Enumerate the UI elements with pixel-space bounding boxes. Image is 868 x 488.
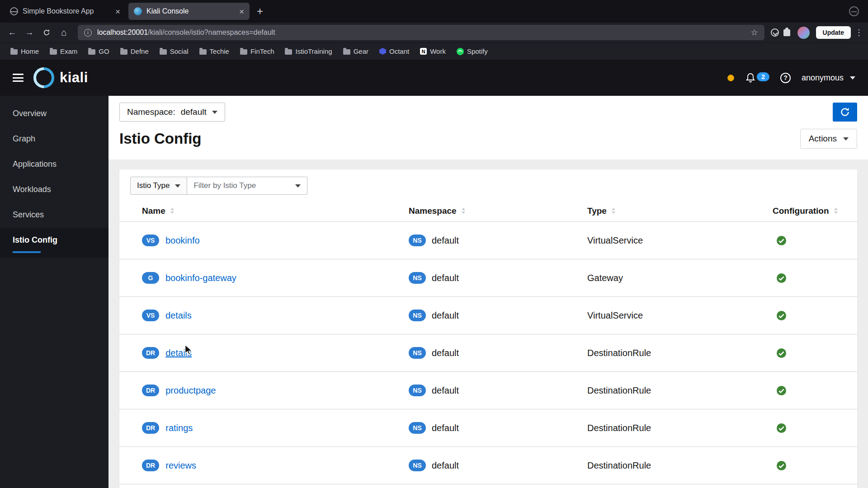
- valid-check-icon[interactable]: [776, 235, 787, 246]
- bookmark-item[interactable]: Social: [156, 46, 193, 57]
- mesh-status-icon[interactable]: [727, 75, 734, 81]
- sort-icon[interactable]: [461, 207, 466, 214]
- user-menu[interactable]: anonymous: [802, 73, 855, 83]
- browser-tab-kiali[interactable]: Kiali Console: [128, 3, 250, 20]
- config-name-link[interactable]: bookinfo: [165, 235, 200, 246]
- browser-menu-icon[interactable]: [854, 28, 863, 38]
- bookmark-star-icon[interactable]: [750, 28, 758, 38]
- configuration-cell: [773, 385, 857, 396]
- type-cell: DestinationRule: [587, 385, 773, 396]
- bookmark-item[interactable]: Exam: [46, 46, 81, 57]
- valid-check-icon[interactable]: [776, 348, 787, 358]
- table-row: VS details NS default VirtualService: [119, 297, 857, 334]
- site-info-icon[interactable]: [84, 29, 92, 37]
- namespace-select[interactable]: Namespace: default: [119, 103, 225, 122]
- notifications-button[interactable]: 2: [745, 72, 769, 83]
- namespace-label: Namespace:: [127, 107, 175, 117]
- media-indicator-icon[interactable]: [849, 6, 859, 16]
- bookmark-item[interactable]: FinTech: [236, 46, 278, 57]
- home-button[interactable]: [56, 25, 71, 40]
- forward-button[interactable]: [22, 25, 37, 40]
- config-name-link[interactable]: details: [165, 310, 192, 321]
- pocket-icon[interactable]: [771, 28, 779, 37]
- bookmark-item[interactable]: Defne: [116, 46, 153, 57]
- valid-check-icon[interactable]: [776, 310, 787, 321]
- tab-title: Simple Bookstore App: [23, 7, 111, 15]
- configuration-cell: [773, 235, 857, 246]
- extensions-icon[interactable]: [783, 29, 790, 36]
- sidebar-item[interactable]: Overview: [0, 101, 108, 127]
- bookmark-icon: [199, 49, 207, 55]
- browser-update-button[interactable]: Update: [816, 26, 851, 39]
- sidebar-item-label: Workloads: [13, 185, 51, 194]
- bookmark-label: Exam: [60, 47, 77, 55]
- bookmark-label: Work: [430, 47, 446, 55]
- sidebar-item[interactable]: Istio Config: [0, 228, 108, 258]
- profile-avatar[interactable]: [797, 27, 810, 39]
- valid-check-icon[interactable]: [776, 423, 787, 433]
- namespace-badge: NS: [409, 347, 426, 359]
- config-name-link[interactable]: bookinfo-gateway: [165, 273, 236, 283]
- name-cell: G bookinfo-gateway: [119, 272, 409, 284]
- config-name-link[interactable]: reviews: [165, 460, 196, 471]
- bookmark-item[interactable]: Techie: [195, 46, 233, 57]
- reload-button[interactable]: [39, 25, 54, 40]
- bookmark-icon: [50, 49, 57, 55]
- istio-type-filter-select[interactable]: Filter by Istio Type: [187, 177, 307, 195]
- refresh-button[interactable]: [833, 103, 857, 122]
- app-body: Overview Graph Applications Workloads Se…: [0, 96, 868, 488]
- bookmark-item[interactable]: IstioTraining: [281, 46, 336, 57]
- nav-toggle-icon[interactable]: [13, 74, 24, 82]
- browser-tab-bookstore[interactable]: Simple Bookstore App: [5, 3, 126, 20]
- close-tab-icon[interactable]: [239, 7, 244, 16]
- bookmark-label: FinTech: [250, 47, 274, 55]
- column-header-namespace[interactable]: Namespace: [409, 206, 587, 216]
- config-name-link[interactable]: ratings: [165, 423, 193, 433]
- bookmark-item[interactable]: Octant: [375, 46, 413, 57]
- help-icon[interactable]: [780, 73, 791, 83]
- sort-icon[interactable]: [611, 207, 616, 214]
- configuration-cell: [773, 460, 857, 471]
- bookmark-item[interactable]: Spotify: [453, 46, 492, 57]
- bookmark-item[interactable]: Home: [6, 46, 43, 57]
- column-header-type[interactable]: Type: [587, 206, 773, 216]
- close-tab-icon[interactable]: [115, 7, 120, 16]
- namespace-badge: NS: [409, 385, 426, 396]
- masthead-right: 2 anonymous: [727, 72, 855, 83]
- browser-nav-bar: localhost:20001/kiali/console/istio?name…: [0, 23, 868, 42]
- bookmark-icon: [160, 49, 167, 55]
- namespace-name: default: [432, 235, 459, 246]
- config-name-link[interactable]: details: [165, 348, 192, 358]
- column-header-name[interactable]: Name: [119, 206, 409, 216]
- tab-title: Kiali Console: [146, 7, 235, 15]
- sidebar-item[interactable]: Workloads: [0, 177, 108, 202]
- type-cell: DestinationRule: [587, 460, 773, 471]
- bookmark-item[interactable]: GO: [84, 46, 113, 57]
- column-header-configuration[interactable]: Configuration: [773, 206, 857, 216]
- config-name-link[interactable]: productpage: [165, 385, 216, 396]
- valid-check-icon[interactable]: [776, 273, 787, 283]
- sidebar-item[interactable]: Graph: [0, 127, 108, 152]
- sidebar-item[interactable]: Services: [0, 202, 108, 228]
- new-tab-button[interactable]: [252, 4, 268, 19]
- namespace-name: default: [432, 460, 459, 471]
- name-cell: DR reviews: [119, 460, 409, 471]
- bookmark-item[interactable]: Work: [416, 46, 450, 57]
- actions-dropdown[interactable]: Actions: [800, 129, 857, 149]
- address-bar[interactable]: localhost:20001/kiali/console/istio?name…: [78, 25, 764, 40]
- filter-category-select[interactable]: Istio Type: [130, 177, 187, 195]
- refresh-icon: [840, 107, 850, 117]
- namespace-badge: NS: [409, 235, 426, 246]
- back-button[interactable]: [5, 25, 20, 40]
- valid-check-icon[interactable]: [776, 460, 787, 471]
- namespace-name: default: [432, 348, 459, 358]
- bookmark-item[interactable]: Gear: [339, 46, 373, 57]
- sort-icon[interactable]: [833, 207, 839, 214]
- name-cell: DR ratings: [119, 422, 409, 434]
- type-cell: VirtualService: [587, 235, 773, 246]
- valid-check-icon[interactable]: [776, 385, 787, 396]
- bell-icon: [745, 72, 756, 83]
- namespace-name: default: [432, 385, 459, 396]
- sidebar-item[interactable]: Applications: [0, 152, 108, 177]
- sort-icon[interactable]: [170, 207, 175, 214]
